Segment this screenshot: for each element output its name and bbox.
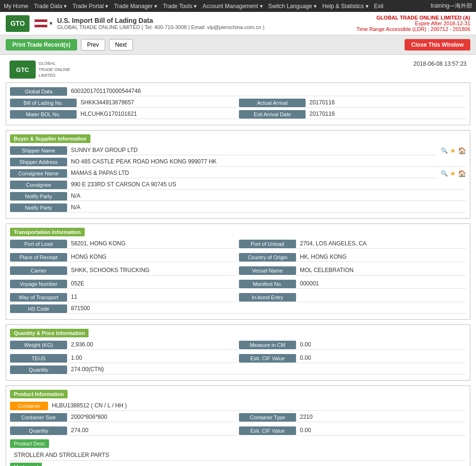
mater-bol-label: Mater BOL No.: [10, 110, 77, 119]
doc-logo-text: GLOBALTRADE ONLINELIMITED: [39, 61, 70, 79]
product-header: Product Information: [10, 390, 68, 398]
mater-bol-row: Mater BOL No. HLCUHKG170101621 Esti Arri…: [10, 110, 466, 121]
prev-button[interactable]: Prev: [81, 39, 105, 51]
shipper-house-icon[interactable]: 🏠: [458, 147, 466, 154]
us-flag: [34, 19, 48, 28]
container-label: Container: [10, 402, 48, 410]
manifest-label: Manifest No.: [239, 280, 296, 288]
voyage-value: 052E: [67, 279, 237, 289]
esti-arrival-value: 20170116: [306, 110, 466, 119]
measure-cm-row: Measure in CM 0.00: [239, 340, 466, 350]
shipper-addr-label: Shipper Address: [10, 158, 67, 166]
shipper-star-icon[interactable]: ★: [450, 147, 456, 154]
place-of-receipt-row: Place of Receipt HONG KONG: [10, 253, 237, 262]
shipper-name-label: Shipper Name: [10, 146, 67, 155]
nav-exit[interactable]: Exit: [374, 3, 384, 10]
teus-label: TEUS: [10, 354, 67, 363]
consignee-row: Consignee 990 E 233RD ST CARSON CA 90745…: [10, 180, 466, 190]
mater-bol-value: HLCUHKG170101621: [77, 110, 237, 119]
main-content: GTC GLOBALTRADE ONLINELIMITED 2018-06-08…: [0, 55, 476, 466]
weight-row: Weight (KG) 2,936.00: [10, 340, 237, 350]
container-row: Container HLBU1388512 ( CN / L / HH ): [10, 401, 466, 411]
nav-switch-language[interactable]: Switch Language ▾: [268, 3, 317, 10]
nav-trade-tools[interactable]: Trade Tools ▾: [163, 3, 197, 10]
container-type-label: Container Type: [239, 413, 296, 422]
header-bar: GTO ▾ U.S. Import Bill of Lading Data GL…: [0, 12, 476, 35]
header-left: GTO ▾ U.S. Import Bill of Lading Data GL…: [6, 15, 265, 32]
logo-icon: GTO: [6, 15, 30, 32]
doc-header: GTC GLOBALTRADE ONLINELIMITED 2018-06-08…: [6, 61, 470, 79]
flag-dropdown-icon[interactable]: ▾: [50, 20, 52, 27]
bol-value: SHKK344913679657: [77, 98, 237, 108]
country-origin-label: Country of Origin: [239, 253, 296, 262]
voyage-label: Voyage Number: [10, 280, 67, 288]
port-load-label: Port of Load: [10, 240, 67, 248]
close-button-top[interactable]: Close This Window: [405, 39, 470, 51]
nav-trade-portal[interactable]: Trade Portal ▾: [72, 3, 108, 10]
quantity-prod-value: 274.00: [67, 426, 237, 436]
weight-value: 2,936.00: [67, 340, 237, 350]
print-button[interactable]: Print Trade Record(s): [6, 39, 77, 51]
shipper-address-row: Shipper Address NO 485 CASTLE PEAK ROAD …: [10, 157, 466, 167]
flag-selector[interactable]: ▾: [34, 19, 52, 28]
consignee-search-icon[interactable]: 🔍: [441, 170, 448, 177]
actual-arrival-field: Actual Arrival 20170116: [239, 98, 466, 108]
global-data-value: 6003201701170000544746: [67, 87, 466, 96]
marks-area: Marks and MAMAS PAPAS: [10, 463, 466, 466]
nav-account-management[interactable]: Account Management ▾: [203, 3, 263, 10]
product-desc-label: Product Desc: [10, 439, 49, 448]
port-load-value: 58201, HONG KONG: [67, 239, 237, 249]
notify-party-value1: N/A: [67, 192, 466, 201]
marks-label: Marks and: [10, 463, 42, 466]
in-bond-value: [296, 293, 466, 302]
way-of-transport-row: Way of Transport 11: [10, 293, 237, 302]
port-of-load-row: Port of Load 58201, HONG KONG: [10, 239, 237, 249]
transportation-section: Transportation Information Port of Load …: [6, 223, 470, 320]
consignee-star-icon[interactable]: ★: [450, 170, 456, 177]
nav-trade-data[interactable]: Trade Data ▾: [34, 3, 67, 10]
country-of-origin-row: Country of Origin HK, HONG KONG: [239, 253, 466, 262]
nav-help-statistics[interactable]: Help & Statistics ▾: [322, 3, 368, 10]
shipper-name-value: SUNNY BAY GROUP LTD: [67, 146, 437, 155]
nav-my-home[interactable]: My Home: [4, 3, 28, 10]
port-of-unload-row: Port of Unload 2704, LOS ANGELES, CA: [239, 239, 466, 249]
header-title-area: U.S. Import Bill of Lading Data GLOBAL T…: [57, 17, 265, 30]
top-navigation: My Home Trade Data ▾ Trade Portal ▾ Trad…: [0, 0, 476, 12]
vessel-label: Vessel Name: [239, 266, 296, 275]
voyage-number-row: Voyage Number 052E: [10, 279, 237, 289]
product-desc-area: Product Desc STROLLER AND STROLLER PARTS: [10, 439, 466, 461]
esti-cif-label: Esti. CIF Value: [239, 354, 296, 363]
header-right: GLOBAL TRADE ONLINE LIMITED (A) Expire A…: [357, 15, 470, 32]
gto-company: GLOBAL TRADE ONLINE LIMITED (A): [357, 15, 470, 20]
quantity-label: Quantity: [10, 365, 67, 374]
nav-trade-manager[interactable]: Trade Manager ▾: [114, 3, 157, 10]
shipper-icons: 🔍 ★ 🏠: [441, 147, 466, 154]
carrier-row: Carrier SHKK, SCHOOKS TRUCKING: [10, 266, 237, 275]
quantity-prod-row: Quantity 274.00: [10, 426, 237, 436]
place-receipt-label: Place of Receipt: [10, 253, 67, 262]
notify-party-label1: Notify Party: [10, 192, 67, 201]
shipper-name-row: Shipper Name SUNNY BAY GROUP LTD 🔍 ★ 🏠: [10, 146, 466, 155]
way-transport-value: 11: [67, 293, 237, 302]
company-info: GLOBAL TRADE ONLINE LIMITED ( Tel: 400-7…: [57, 24, 265, 30]
next-button[interactable]: Next: [109, 39, 133, 51]
quantity-price-section: Quantity & Price Information Weight (KG)…: [6, 324, 470, 381]
user-info: training—海外部: [431, 2, 472, 10]
weight-label: Weight (KG): [10, 341, 67, 349]
container-size-label: Container Size: [10, 413, 67, 422]
manifest-no-row: Manifest No. 000001: [239, 279, 466, 289]
esti-cif-row: Esti. CIF Value 0.00: [239, 354, 466, 363]
consignee-house-icon[interactable]: 🏠: [458, 170, 466, 177]
notify-party-row2: Notify Party N/A: [10, 203, 466, 213]
consignee-value: 990 E 233RD ST CARSON CA 90745 US: [67, 180, 466, 190]
measure-cm-label: Measure in CM: [239, 341, 296, 349]
bol-label: Bill of Lading No.: [10, 99, 77, 107]
country-origin-value: HK, HONG KONG: [296, 253, 466, 262]
shipper-search-icon[interactable]: 🔍: [441, 147, 448, 154]
notify-party-label2: Notify Party: [10, 203, 67, 212]
page-title: U.S. Import Bill of Lading Data: [57, 17, 265, 24]
basic-info-section: Global Data 6003201701170000544746 Bill …: [6, 82, 470, 125]
actual-arrival-label: Actual Arrival: [239, 99, 306, 107]
username: training—海外部: [431, 2, 472, 9]
measure-cm-value: 0.00: [296, 340, 466, 350]
